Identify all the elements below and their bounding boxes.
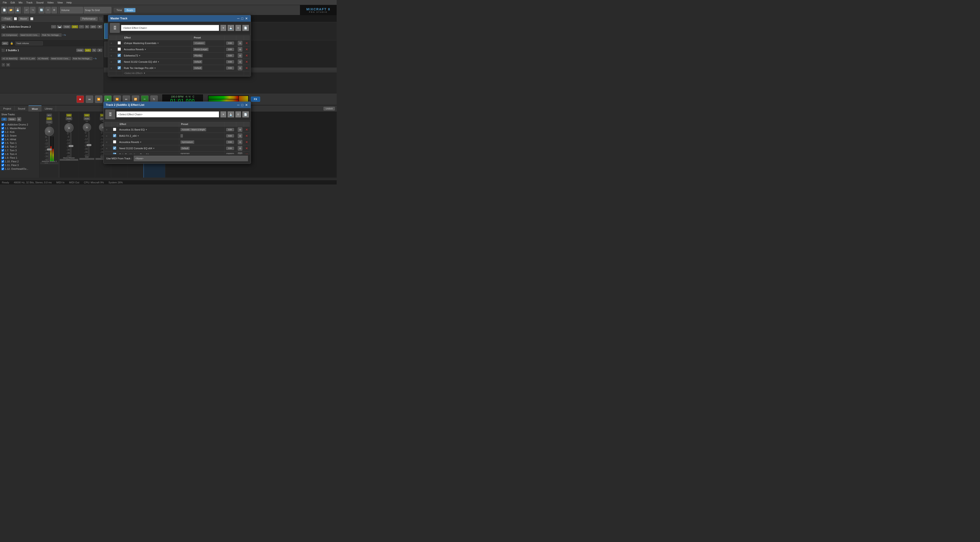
master-effect-1-preset[interactable]: <Custom> (193, 41, 205, 45)
loop-button[interactable]: 🔄 (38, 7, 45, 13)
track-volume-select[interactable]: Track Volume (15, 41, 43, 45)
time-button[interactable]: Time (114, 8, 124, 12)
submix-effect-4-delete[interactable]: ✕ (245, 147, 248, 150)
master-effect-5-preset[interactable]: Default (193, 67, 202, 70)
submix-effect-1-gear[interactable]: ⚙ (238, 127, 242, 132)
track-2-fx-4[interactable]: Need 31102 Cons... (50, 57, 71, 60)
track-1-fx-2[interactable]: Need 31102 Cons... (19, 33, 40, 37)
master-track-maximize[interactable]: □ (241, 17, 244, 20)
ch1-2-mute-button[interactable]: mute (84, 117, 90, 120)
submix-effect-3-delete[interactable]: ✕ (245, 140, 248, 144)
track-1-mini[interactable]: — (51, 25, 56, 29)
master-effect-4-preset[interactable]: Default (193, 60, 202, 64)
performance-button[interactable]: Performance (80, 17, 97, 21)
submix-dialog-header[interactable]: Track 2 (SubMix 1) Effect List ─ □ ✕ (103, 102, 251, 108)
track-1-midi[interactable]: 🎹 (57, 25, 62, 29)
mixer-item-1-5[interactable]: 1.5. Tom 1 (2, 141, 38, 145)
submix-minimize[interactable]: ─ (237, 103, 240, 107)
redo-button[interactable]: ↪ (30, 7, 35, 13)
ch1-1-fader-handle[interactable] (69, 145, 73, 147)
submix-effect-3-edit[interactable]: Edit (226, 140, 234, 144)
track-1-arm2[interactable]: arm (2, 42, 8, 45)
mixer-item-1-4[interactable]: 1.4. HiHat (2, 137, 38, 141)
master-effect-3-preset[interactable]: Pfundig (193, 54, 203, 57)
track-2-add-fx[interactable]: + fx (93, 57, 97, 60)
submix-drag-2[interactable]: ≡ (105, 133, 111, 139)
submix-effect-2-preset[interactable] (181, 134, 183, 137)
master-effect-2-delete[interactable]: ✕ (245, 48, 248, 51)
submix-drag-1[interactable]: ≡ (105, 127, 111, 133)
track-1-wave[interactable]: 〰 (79, 25, 84, 29)
drag-handle-5[interactable]: ≡ (109, 65, 116, 71)
mixer-item-1-12[interactable]: 1.12. Overhead/Ov... (2, 167, 38, 171)
submix-effect-1-checkbox[interactable] (113, 128, 116, 131)
master-chain-dropdown[interactable]: ▼ (220, 25, 226, 31)
ch1-arm-button[interactable]: arm (46, 114, 52, 117)
beats-button[interactable]: Beats (124, 8, 135, 12)
track-2-mute[interactable]: mute (76, 49, 84, 52)
master-effect-4-checkbox[interactable] (118, 60, 121, 63)
submix-effect-2-checkbox[interactable] (113, 134, 116, 137)
master-track-minimize[interactable]: ─ (237, 17, 240, 20)
submix-effect-2-gear[interactable]: ⚙ (238, 134, 242, 138)
submix-effect-4-edit[interactable]: Edit (226, 147, 234, 150)
master-track-close[interactable]: ✕ (245, 17, 248, 20)
mixer-item-1[interactable]: 1. Addictive Drums 2 (2, 123, 38, 126)
master-effect-1-gear[interactable]: ⚙ (238, 41, 242, 45)
ch1-mute-button[interactable]: mute (46, 121, 52, 124)
master-fx-button[interactable]: FX (251, 97, 260, 102)
track-1-expand[interactable]: ▼ (97, 25, 102, 29)
submix-drag-4[interactable]: ≡ (105, 145, 111, 151)
submix-effect-1-delete[interactable]: ✕ (245, 128, 248, 131)
submix-chain-save[interactable]: 💾 (228, 112, 234, 117)
master-chain-save[interactable]: 💾 (228, 25, 234, 31)
snap-select[interactable]: Snap To Grid (84, 7, 111, 13)
track-2-fx-3[interactable]: AC Reverb (37, 57, 49, 60)
track-1-fx[interactable]: fx (85, 25, 89, 29)
master-track-chain-select[interactable]: <Select Effect Chain> (121, 25, 219, 31)
submix-chain-select[interactable]: <Select Effect Chain> (116, 112, 219, 117)
track-1-mute[interactable]: mute (63, 25, 70, 29)
submix-close[interactable]: ✕ (245, 103, 248, 107)
master-effect-3-edit[interactable]: Edit (226, 54, 234, 57)
ch1-2-fader-handle[interactable] (87, 144, 91, 146)
track-2-expand[interactable]: ▼ (97, 49, 102, 52)
master-effect-1-delete[interactable]: ✕ (245, 41, 248, 45)
mixer-item-1-2[interactable]: 1.2. Kick (2, 130, 38, 134)
tab-sound[interactable]: Sound (14, 105, 29, 112)
menu-help[interactable]: Help (65, 1, 73, 5)
master-effect-1-checkbox[interactable] (118, 41, 121, 45)
submix-effect-1-preset[interactable]: Acoustic - Warm & Bright (181, 128, 206, 131)
drag-handle-1[interactable]: ≡ (109, 40, 116, 46)
master-effect-4-delete[interactable]: ✕ (245, 60, 248, 64)
master-effect-3-checkbox[interactable] (118, 54, 121, 57)
submix-effect-4-checkbox[interactable] (113, 147, 116, 150)
ch1-fader-handle[interactable] (47, 148, 52, 150)
menu-edit[interactable]: Edit (9, 1, 17, 5)
mixer-none-button[interactable]: None (8, 118, 16, 121)
mixer-item-1-1[interactable]: 1.1. Master/Master (2, 126, 38, 130)
tab-library[interactable]: Library (41, 105, 56, 112)
mixer-gear-button[interactable]: ⚙ (17, 117, 21, 121)
submix-effect-3-checkbox[interactable] (113, 140, 116, 143)
mixer-item-1-3[interactable]: 1.3. Snare (2, 134, 38, 137)
master-effect-4-edit[interactable]: Edit (226, 60, 234, 64)
track-1-solo[interactable]: solo (72, 25, 78, 29)
add-track-button[interactable]: +Track (2, 17, 13, 21)
mixer-item-1-7[interactable]: 1.7. Tom 3 (2, 148, 38, 152)
menu-view[interactable]: View (56, 1, 65, 5)
track-1-fx-1[interactable]: AC Compressor (2, 33, 18, 37)
master-effect-5-gear[interactable]: ⚙ (238, 66, 242, 70)
menu-sound[interactable]: Sound (34, 1, 45, 5)
track-1-fx-3[interactable]: Rule Tec Heritage... (41, 33, 62, 37)
submix-effect-5-preset[interactable]: Default (181, 153, 189, 154)
track-2-solo[interactable]: solo (84, 49, 91, 52)
undock-button[interactable]: Undock (323, 107, 335, 110)
ch1-2-solo-button[interactable]: solo (84, 114, 90, 117)
mixer-all-button[interactable]: All (2, 118, 7, 121)
drag-handle-3[interactable]: ≡ (109, 53, 116, 59)
master-effect-5-delete[interactable]: ✕ (245, 66, 248, 70)
master-effect-2-gear[interactable]: ⚙ (238, 47, 242, 52)
master-effect-3-delete[interactable]: ✕ (245, 54, 248, 57)
record-button[interactable]: ⏺ (76, 96, 84, 103)
